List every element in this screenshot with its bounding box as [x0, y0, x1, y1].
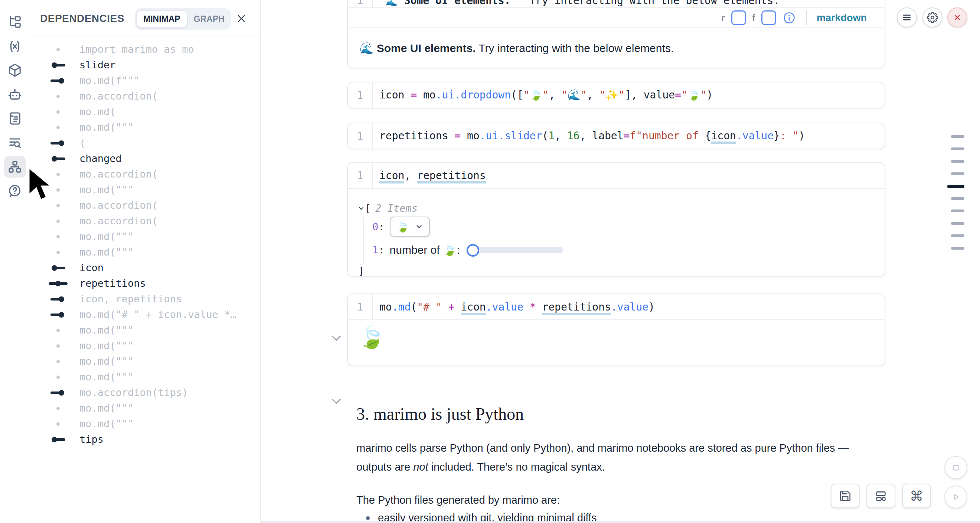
variable-reference: icon: [379, 169, 404, 183]
cell-dash[interactable]: [951, 209, 964, 212]
minimap-item[interactable]: mo.md(""": [30, 338, 259, 354]
minimap-item[interactable]: mo.md(""": [30, 244, 259, 260]
minimap-item-label: mo.md(""": [80, 120, 134, 135]
sidebar-help-button[interactable]: [4, 180, 25, 202]
info-icon[interactable]: [783, 11, 796, 24]
code-token: =: [454, 130, 461, 142]
line-number: 1: [348, 169, 372, 182]
cell-dash[interactable]: [951, 247, 964, 250]
minimap-item[interactable]: mo.md(""": [30, 120, 259, 135]
stop-button[interactable]: [944, 456, 967, 479]
reactive-checkbox[interactable]: [731, 10, 746, 25]
minimap-item[interactable]: mo.accordion(tips): [30, 385, 259, 400]
slider-knob[interactable]: [467, 244, 479, 257]
minimap-item[interactable]: slider: [30, 57, 259, 73]
minimap-marker-use: [43, 78, 73, 84]
items-count: 2 Items: [375, 203, 418, 214]
minimap-item[interactable]: mo.md(""": [30, 354, 259, 369]
marker-shape: [56, 251, 60, 254]
sidebar-dependencies-button[interactable]: [4, 156, 25, 177]
keyboard-shortcuts-button[interactable]: ⌘: [902, 484, 931, 508]
minimap-item[interactable]: (: [30, 135, 259, 151]
code-editor-clipped[interactable]: 1 🌊 Some UI elements. Try interacting wi…: [348, 0, 885, 8]
collapse-section-chevron-icon[interactable]: [331, 398, 342, 405]
minimap-item[interactable]: import marimo as mo: [30, 41, 259, 57]
cell-dash[interactable]: [951, 197, 964, 200]
cell-dash-active[interactable]: [947, 185, 964, 188]
cell-dash[interactable]: [951, 234, 964, 237]
minimap-item[interactable]: mo.accordion(: [30, 166, 259, 182]
minimap-item[interactable]: tips: [30, 432, 259, 447]
cell-repetitions-slider[interactable]: 1 repetitions = mo.ui.slider(1, 16, labe…: [347, 123, 885, 149]
tab-minimap[interactable]: MINIMAP: [137, 11, 187, 27]
format-checkbox[interactable]: [761, 10, 776, 25]
save-button[interactable]: [831, 484, 860, 508]
code-token: "✨": [600, 89, 625, 101]
minimap-item[interactable]: mo.md("# " + icon.value *…: [30, 307, 259, 322]
minimap-item[interactable]: mo.md(""": [30, 416, 259, 432]
sidebar-file-explorer-button[interactable]: [4, 11, 25, 33]
minimap-item[interactable]: mo.accordion(: [30, 198, 259, 213]
line-number: 1: [348, 89, 372, 101]
repetitions-slider[interactable]: [466, 247, 563, 253]
code-editor[interactable]: 1 mo.md("# " + icon.value * repetitions.…: [348, 294, 885, 320]
layout-select-button[interactable]: [866, 484, 896, 508]
cell-dash[interactable]: [951, 147, 964, 150]
minimap-item[interactable]: repetitions: [30, 276, 259, 291]
minimap-item[interactable]: mo.md(""": [30, 400, 259, 416]
minimap-item[interactable]: mo.accordion(: [30, 88, 259, 104]
icon-dropdown-select[interactable]: 🍃: [390, 217, 430, 237]
code-editor[interactable]: 1 icon, repetitions: [348, 163, 885, 188]
minimap-item-label: mo.md(""": [80, 322, 134, 338]
code-token: "🌊": [561, 89, 587, 101]
run-button[interactable]: [944, 485, 967, 509]
cell-dash[interactable]: [951, 135, 964, 138]
shutdown-button[interactable]: [947, 8, 967, 27]
marker-shape: [56, 188, 60, 192]
language-label[interactable]: markdown: [817, 12, 867, 24]
minimap-marker-dot: [43, 48, 73, 51]
cell-dash[interactable]: [951, 160, 964, 163]
cell-icon-dropdown[interactable]: 1 icon = mo.ui.dropdown(["🍃", "🌊", "✨"],…: [347, 82, 885, 108]
code-token: , label: [579, 130, 623, 142]
cell-output: 🌊 Some UI elements. Try interacting with…: [348, 28, 885, 68]
minimap-item[interactable]: mo.accordion(: [30, 213, 259, 229]
format-toggle-label: f: [752, 12, 755, 24]
tree-header[interactable]: [ 2 Items: [358, 203, 418, 214]
minimap-marker-dot: [43, 95, 73, 98]
code-token: .value: [611, 301, 649, 313]
marker-shape: [56, 329, 60, 332]
minimap-item[interactable]: icon: [30, 260, 259, 276]
minimap-item[interactable]: mo.md(f""": [30, 73, 259, 88]
marker-shape: [56, 235, 60, 238]
sidebar-table-of-contents-search-button[interactable]: [4, 132, 25, 153]
marker-shape: [56, 344, 60, 348]
minimap-item[interactable]: mo.md(""": [30, 182, 259, 198]
sidebar-scratchpad-button[interactable]: [4, 108, 25, 129]
minimap-item[interactable]: icon, repetitions: [30, 291, 259, 307]
minimap-item[interactable]: mo.md(""": [30, 369, 259, 385]
minimap-item-label: mo.md(""": [80, 338, 134, 354]
tab-graph[interactable]: GRAPH: [187, 11, 231, 27]
sidebar-packages-button[interactable]: [4, 59, 25, 81]
minimap-item[interactable]: changed: [30, 151, 259, 166]
sidebar-variables-button[interactable]: [4, 36, 25, 57]
collapse-output-chevron-icon[interactable]: [331, 335, 342, 342]
cell-dash[interactable]: [951, 222, 964, 225]
sidebar-ai-assistant-button[interactable]: [4, 84, 25, 105]
cell-dash[interactable]: [951, 172, 964, 175]
settings-button[interactable]: [923, 8, 942, 27]
minimap-item[interactable]: mo.md(: [30, 104, 259, 120]
marker-shape: [59, 78, 64, 84]
minimap-item[interactable]: mo.md(""": [30, 322, 259, 338]
selected-value: 🍃: [396, 221, 409, 233]
marker-shape: [59, 297, 64, 302]
close-panel-button[interactable]: [235, 12, 248, 25]
code-rest-text: Try interacting with the below elements.: [511, 0, 780, 7]
minimap-item[interactable]: mo.md(""": [30, 229, 259, 244]
code-token: "# ": [417, 301, 448, 313]
notebook-menu-button[interactable]: [897, 8, 917, 27]
reactive-toggle-label: r: [722, 12, 725, 24]
marker-shape: [60, 282, 68, 285]
cell-intro-markdown: 1 🌊 Some UI elements. Try interacting wi…: [347, 0, 885, 69]
